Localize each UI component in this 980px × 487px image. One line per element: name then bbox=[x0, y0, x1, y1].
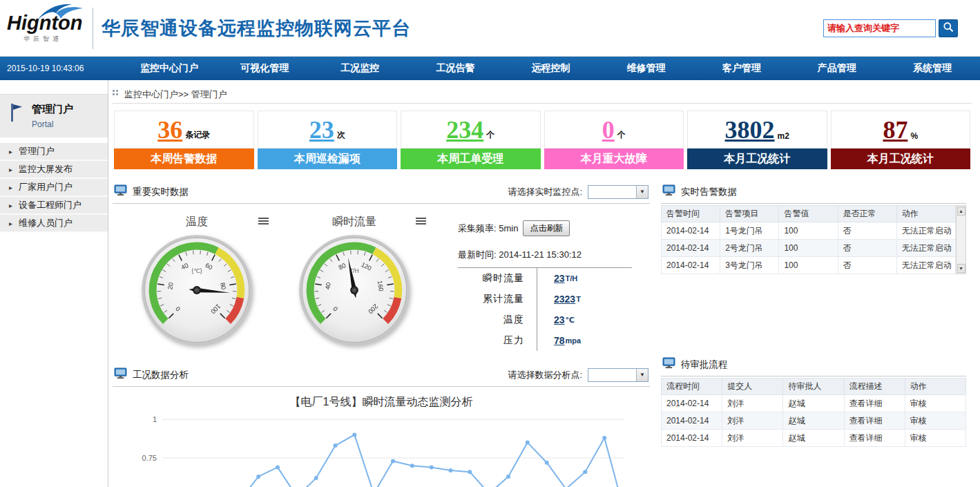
portal-header: 管理门户 Portal bbox=[0, 94, 108, 140]
monitor-point-label: 请选择实时监控点: bbox=[508, 186, 582, 198]
scroll-down-icon[interactable]: ▼ bbox=[957, 264, 965, 273]
table-cell: 刘洋 bbox=[722, 430, 783, 447]
stat-value[interactable]: 3802 bbox=[725, 117, 775, 142]
table-cell[interactable]: 审核 bbox=[905, 430, 965, 447]
logo-text: Hignton bbox=[7, 13, 91, 33]
nav-item[interactable]: 客户管理 bbox=[694, 57, 789, 80]
column-header: 流程描述 bbox=[844, 379, 905, 395]
column-header: 提交人 bbox=[722, 379, 783, 395]
breadcrumb-icon bbox=[113, 89, 119, 99]
column-header: 待审批人 bbox=[783, 379, 844, 395]
metric-unit: T bbox=[576, 295, 581, 303]
stat-unit: 个 bbox=[486, 129, 494, 141]
table-cell[interactable]: 审核 bbox=[905, 412, 965, 430]
analysis-point-select[interactable]: ▼ bbox=[588, 368, 648, 382]
table-cell: 否 bbox=[838, 222, 896, 240]
monitor-icon bbox=[114, 367, 127, 382]
metric-value[interactable]: 2323 bbox=[554, 294, 575, 305]
select-value bbox=[588, 186, 636, 198]
sidebar-item-label: 管理门户 bbox=[19, 145, 55, 157]
breadcrumb: 监控中心门户>> 管理门户 bbox=[113, 86, 972, 104]
sidebar-item[interactable]: ▸ 设备工程师门户 bbox=[0, 197, 108, 215]
gauge-title: 瞬时流量 bbox=[276, 215, 433, 229]
nav-item[interactable]: 系统管理 bbox=[885, 57, 980, 80]
metric-row: 累计流量 2323 T bbox=[458, 289, 647, 309]
flag-icon bbox=[10, 103, 23, 125]
nav-item[interactable]: 工况监控 bbox=[312, 57, 407, 80]
metric-unit: mpa bbox=[566, 336, 582, 345]
table-cell: 2014-02-14 bbox=[662, 412, 722, 430]
nav-item[interactable]: 产品管理 bbox=[789, 57, 885, 80]
svg-text:1: 1 bbox=[153, 415, 157, 423]
realtime-section-header: 重要实时数据 请选择实时监控点: ▼ bbox=[113, 180, 650, 204]
table-row: 2014-02-142号龙门吊100否无法正常启动 bbox=[662, 240, 956, 257]
metric-value[interactable]: 78 bbox=[554, 335, 565, 346]
stat-value[interactable]: 234 bbox=[446, 117, 483, 142]
stat-card: 234 个 本周工单受理 bbox=[401, 111, 541, 169]
nav-item[interactable]: 维修管理 bbox=[599, 57, 694, 80]
nav-item[interactable]: 监控中心门户 bbox=[122, 57, 217, 80]
metric-value[interactable]: 23 bbox=[554, 314, 565, 325]
stat-value[interactable]: 36 bbox=[157, 117, 182, 142]
search-button[interactable] bbox=[939, 19, 958, 37]
table-cell[interactable]: 审核 bbox=[905, 395, 965, 412]
monitor-icon bbox=[114, 184, 127, 199]
metric-value[interactable]: 23 bbox=[554, 273, 565, 284]
header-divider bbox=[93, 8, 93, 49]
stat-value[interactable]: 87 bbox=[883, 117, 907, 142]
table-cell[interactable]: 查看详细 bbox=[844, 430, 905, 447]
header: Hignton 华辰智通 华辰智通设备远程监控物联网云平台 bbox=[0, 0, 980, 57]
refresh-button[interactable]: 点击刷新 bbox=[523, 220, 570, 236]
arrow-right-icon: ▸ bbox=[9, 202, 12, 209]
nav-item[interactable]: 工况告警 bbox=[407, 57, 503, 80]
table-cell[interactable]: 查看详细 bbox=[844, 412, 905, 430]
stats-row: 36 条记录 本周告警数据 23 次 本周巡检漏项 234 个 本周工单受理 0… bbox=[114, 111, 970, 169]
table-cell: 2014-02-14 bbox=[662, 222, 720, 240]
sidebar-item[interactable]: ▸ 厂家用户门户 bbox=[0, 179, 108, 197]
sidebar-item[interactable]: ▸ 维修人员门户 bbox=[0, 215, 108, 233]
table-cell[interactable]: 无法正常启动 bbox=[896, 240, 955, 257]
stat-card: 0 个 本月重大故障 bbox=[544, 111, 684, 169]
stat-card: 3802 m2 本月工况统计 bbox=[687, 111, 827, 169]
search-input[interactable] bbox=[823, 19, 936, 37]
select-value bbox=[588, 369, 636, 381]
arrow-right-icon: ▸ bbox=[9, 184, 12, 191]
table-scrollbar[interactable]: ▲ ▼ bbox=[956, 205, 966, 274]
table-cell[interactable]: 无法正常启动 bbox=[896, 222, 955, 240]
gauge-zone: 温度 020406080100(℃) 瞬时流量 04080120160200T/… bbox=[113, 204, 650, 359]
table-cell: 2014-02-14 bbox=[662, 395, 722, 412]
monitor-point-select[interactable]: ▼ bbox=[588, 185, 648, 199]
table-cell[interactable]: 无法正常启动 bbox=[896, 257, 955, 274]
monitor-icon bbox=[662, 357, 675, 372]
table-header-row: 流程时间提交人待审批人流程描述动作 bbox=[662, 379, 966, 395]
chart-menu-icon[interactable] bbox=[416, 218, 426, 225]
svg-text:20: 20 bbox=[166, 282, 174, 290]
stat-unit: % bbox=[910, 131, 918, 141]
nav-item[interactable]: 可视化管理 bbox=[217, 57, 312, 80]
scroll-up-icon[interactable]: ▲ bbox=[957, 207, 965, 216]
realtime-panel: 采集频率: 5min 点击刷新 最新时间: 2014-11-21 15:30:1… bbox=[433, 209, 650, 351]
main-content: 监控中心门户>> 管理门户 36 条记录 本周告警数据 23 次 本周巡检漏项 … bbox=[108, 80, 980, 487]
table-cell: 刘洋 bbox=[722, 412, 783, 430]
metric-unit: ℃ bbox=[566, 316, 575, 325]
nav-item[interactable]: 远程控制 bbox=[503, 57, 598, 80]
stat-label: 本周巡检漏项 bbox=[258, 149, 398, 169]
sidebar-item[interactable]: ▸ 管理门户 bbox=[0, 143, 108, 161]
chart-title: 【电厂1号线】瞬时流量动态监测分析 bbox=[113, 395, 650, 410]
stat-value[interactable]: 23 bbox=[309, 117, 334, 142]
nav-menu: 监控中心门户可视化管理工况监控工况告警远程控制维修管理客户管理产品管理系统管理 bbox=[122, 57, 980, 80]
chart-menu-icon[interactable] bbox=[258, 218, 269, 225]
table-cell: 赵城 bbox=[783, 412, 844, 430]
section-title: 待审批流程 bbox=[681, 359, 728, 371]
metric-name: 压力 bbox=[458, 334, 524, 347]
left-column: 重要实时数据 请选择实时监控点: ▼ 温度 bbox=[113, 176, 650, 487]
table-row: 2014-02-14刘洋赵城查看详细审核 bbox=[662, 395, 966, 412]
table-cell: 3号龙门吊 bbox=[720, 257, 779, 274]
chevron-down-icon: ▼ bbox=[636, 369, 648, 381]
arrow-right-icon: ▸ bbox=[9, 148, 12, 155]
stat-value[interactable]: 0 bbox=[602, 117, 615, 142]
sidebar: 管理门户 Portal ▸ 管理门户 ▸ 监控大屏发布 ▸ 厂家用户门户 ▸ 设… bbox=[0, 80, 108, 487]
sidebar-item-label: 监控大屏发布 bbox=[19, 163, 73, 175]
table-cell[interactable]: 查看详细 bbox=[844, 395, 905, 412]
sidebar-item[interactable]: ▸ 监控大屏发布 bbox=[0, 161, 108, 179]
